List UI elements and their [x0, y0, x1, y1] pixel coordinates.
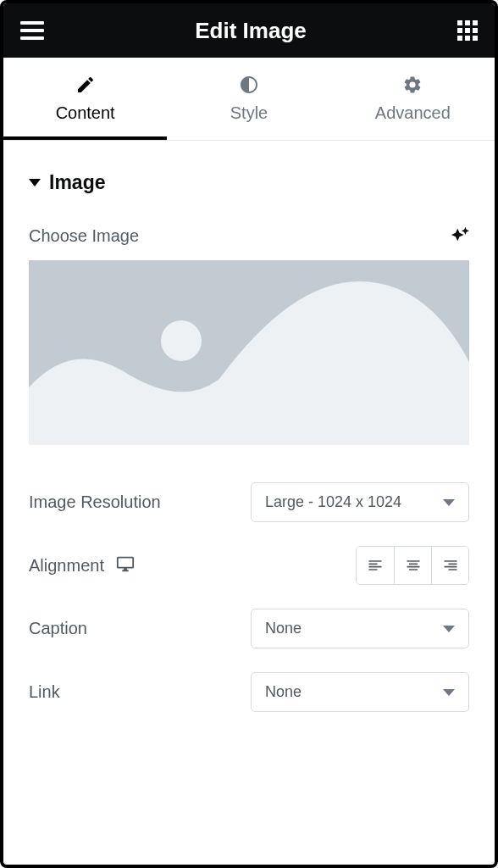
image-resolution-label: Image Resolution	[29, 492, 161, 512]
alignment-label: Alignment	[29, 556, 104, 576]
link-value: None	[265, 683, 302, 701]
align-right-icon	[442, 557, 459, 574]
align-center-icon	[405, 557, 422, 574]
choose-image-label: Choose Image	[29, 226, 139, 246]
tab-advanced[interactable]: Advanced	[331, 58, 495, 140]
alignment-buttons	[356, 546, 469, 585]
gear-icon	[402, 75, 423, 95]
panel-body: Image Choose Image Image Resolution Larg…	[3, 141, 495, 865]
tab-advanced-label: Advanced	[375, 103, 451, 123]
image-resolution-select[interactable]: Large - 1024 x 1024	[251, 482, 469, 522]
panel-title: Edit Image	[195, 18, 306, 44]
chevron-down-icon	[443, 499, 455, 506]
pencil-icon	[75, 75, 96, 95]
align-left-button[interactable]	[357, 547, 394, 584]
tab-content-label: Content	[56, 103, 115, 123]
align-right-button[interactable]	[431, 547, 468, 584]
section-toggle-image[interactable]: Image	[29, 171, 469, 194]
sparkle-icon[interactable]	[451, 225, 469, 247]
field-alignment: Alignment	[29, 546, 469, 585]
section-title: Image	[49, 171, 105, 194]
chevron-down-icon	[443, 689, 455, 696]
caret-down-icon	[29, 179, 41, 186]
image-resolution-value: Large - 1024 x 1024	[265, 493, 401, 511]
align-left-icon	[367, 557, 384, 574]
caption-label: Caption	[29, 619, 87, 638]
panel-header: Edit Image	[3, 3, 495, 58]
link-label: Link	[29, 682, 60, 702]
contrast-icon	[239, 75, 259, 95]
field-caption: Caption None	[29, 609, 469, 648]
field-choose-image: Choose Image	[29, 225, 469, 247]
tab-style[interactable]: Style	[167, 58, 330, 140]
tab-style-label: Style	[230, 103, 268, 123]
tabs: Content Style Advanced	[3, 58, 495, 141]
caption-select[interactable]: None	[251, 609, 469, 648]
image-upload-area[interactable]	[29, 260, 469, 445]
align-center-button[interactable]	[394, 547, 431, 584]
apps-grid-icon[interactable]	[457, 20, 478, 41]
desktop-icon[interactable]	[116, 554, 135, 577]
tab-content[interactable]: Content	[3, 58, 167, 140]
menu-icon[interactable]	[20, 21, 44, 40]
placeholder-landscape-icon	[29, 260, 469, 445]
caption-value: None	[265, 620, 302, 637]
field-image-resolution: Image Resolution Large - 1024 x 1024	[29, 482, 469, 522]
svg-point-0	[161, 320, 202, 361]
chevron-down-icon	[443, 626, 455, 632]
link-select[interactable]: None	[251, 672, 469, 712]
field-link: Link None	[29, 672, 469, 712]
